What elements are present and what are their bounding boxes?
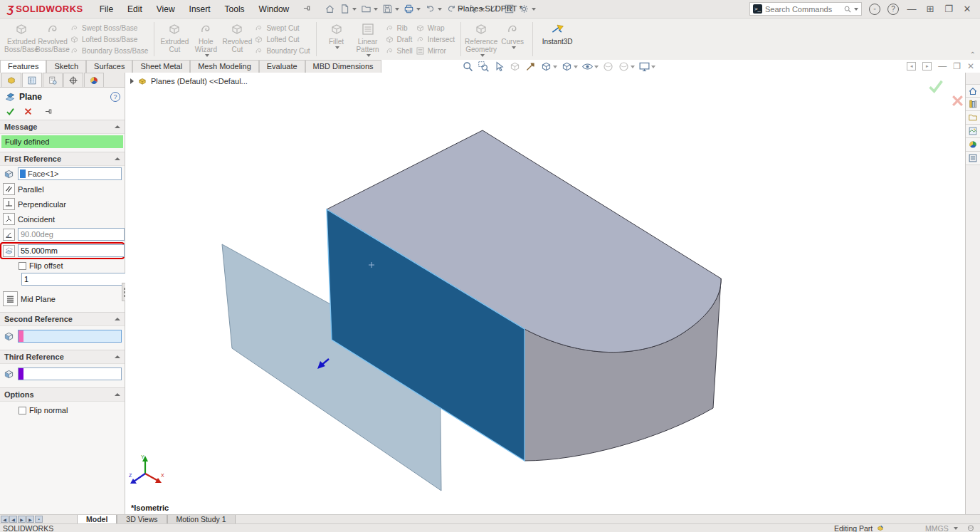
taskpane-appearances-tab[interactable] (966, 138, 980, 152)
revolved-boss-base-button[interactable]: Revolved Boss/Base (37, 20, 68, 58)
doc-minimize-button[interactable]: — (938, 61, 947, 71)
breadcrumb-expand-arrow[interactable] (130, 78, 134, 84)
keep-visible-pin-button[interactable] (44, 107, 53, 116)
taskpane-home-tab[interactable] (966, 84, 980, 98)
menu-file[interactable]: File (93, 1, 120, 17)
second-reference-selection-box[interactable] (18, 330, 122, 343)
swept-boss-base-button[interactable]: Swept Boss/Base (70, 23, 148, 33)
cancel-x-button[interactable] (23, 107, 33, 116)
property-manager-tab[interactable] (22, 73, 42, 87)
angle-option-button[interactable] (3, 229, 15, 241)
pm-help-icon[interactable]: ? (110, 92, 120, 102)
tab-evaluate[interactable]: Evaluate (259, 60, 305, 73)
save-caret[interactable] (395, 8, 399, 11)
feature-manager-tab[interactable] (1, 73, 21, 87)
shell-button[interactable]: Shell (385, 46, 413, 56)
hole-wizard-button[interactable]: Hole Wizard (190, 20, 221, 58)
search-commands-box[interactable]: >_ (749, 2, 862, 16)
mid-plane-button[interactable] (3, 291, 18, 306)
offset-distance-button[interactable] (3, 245, 15, 257)
print-button[interactable] (402, 2, 422, 16)
menu-insert[interactable]: Insert (183, 1, 217, 17)
lofted-cut-button[interactable]: Lofted Cut (254, 34, 310, 44)
tab-sketch[interactable]: Sketch (46, 60, 86, 73)
confirmation-corner-ok[interactable] (927, 78, 944, 95)
zoom-to-area-button[interactable] (477, 61, 490, 73)
tab-surfaces[interactable]: Surfaces (86, 60, 132, 73)
rib-button[interactable]: Rib (385, 23, 413, 33)
options-collapse-chevron[interactable] (115, 393, 120, 396)
zoom-to-fit-button[interactable] (461, 61, 475, 73)
hole-wizard-caret[interactable] (205, 54, 209, 57)
next-tab-button[interactable]: ▶ (18, 516, 26, 523)
previous-view-button[interactable] (492, 61, 506, 73)
restore-button[interactable]: ❐ (943, 4, 954, 14)
reference-geometry-button[interactable]: Reference Geometry (465, 20, 497, 58)
menu-edit[interactable]: Edit (121, 1, 149, 17)
view-orientation-caret[interactable] (553, 66, 557, 68)
close-button[interactable]: ✕ (961, 4, 973, 14)
view-settings-caret[interactable] (651, 66, 655, 68)
apply-scene-caret[interactable] (631, 66, 635, 68)
menu-tools[interactable]: Tools (218, 1, 251, 17)
instant3d-button[interactable]: Instant3D (537, 20, 577, 58)
display-style-button[interactable] (560, 61, 579, 73)
tab-mesh-modeling[interactable]: Mesh Modeling (190, 60, 259, 73)
fillet-caret[interactable] (335, 46, 339, 49)
taskpane-design-library-tab[interactable] (966, 98, 980, 111)
first-reference-selection-box[interactable]: Face<1> (18, 167, 122, 180)
lofted-boss-base-button[interactable]: Lofted Boss/Base (70, 34, 148, 44)
coincident-constraint-button[interactable] (3, 213, 15, 225)
first-reference-collapse-chevron[interactable] (115, 157, 120, 160)
collapse-right-pane-icon[interactable]: ▸ (922, 62, 932, 71)
feature-tree-breadcrumb[interactable]: Planes (Default) <<Defaul... (130, 76, 248, 86)
message-section-header[interactable]: Message (0, 120, 125, 134)
search-commands-input[interactable] (765, 5, 843, 14)
doc-close-button[interactable]: ✕ (967, 61, 974, 71)
mirror-button[interactable]: Mirror (416, 46, 455, 56)
display-style-caret[interactable] (574, 66, 578, 68)
dynamic-annotation-button[interactable] (508, 61, 522, 73)
intersect-button[interactable]: Intersect (416, 34, 455, 44)
message-collapse-chevron[interactable] (115, 125, 120, 128)
first-tab-button[interactable]: ◀ (1, 516, 9, 523)
home-button[interactable] (323, 2, 337, 16)
second-reference-section-header[interactable]: Second Reference (0, 312, 125, 326)
boundary-boss-base-button[interactable]: Boundary Boss/Base (70, 46, 148, 56)
flip-offset-checkbox[interactable] (19, 262, 26, 270)
curves-button[interactable]: Curves (497, 20, 528, 58)
taskpane-view-palette-tab[interactable] (966, 125, 980, 138)
linear-pattern-button[interactable]: Linear Pattern (352, 20, 384, 58)
third-reference-selection-box[interactable] (18, 367, 122, 380)
undo-button[interactable] (423, 2, 443, 16)
extruded-boss-base-button[interactable]: Extruded Boss/Base (6, 20, 37, 58)
print-caret[interactable] (416, 8, 421, 11)
collapse-left-pane-icon[interactable]: ◂ (907, 62, 916, 71)
motion-study-tab[interactable]: Motion Study 1 (167, 515, 236, 523)
linear-pattern-caret[interactable] (367, 54, 371, 57)
units-selector[interactable]: MMGS (925, 524, 949, 532)
tab-list-button[interactable]: ▪ (35, 516, 43, 523)
edit-appearance-button[interactable] (601, 61, 615, 73)
menu-view[interactable]: View (150, 1, 181, 17)
configuration-manager-tab[interactable] (43, 73, 63, 87)
confirmation-corner-cancel[interactable] (950, 93, 965, 108)
parallel-constraint-button[interactable] (3, 183, 15, 195)
new-file-caret[interactable] (352, 8, 357, 11)
boundary-cut-button[interactable]: Boundary Cut (254, 46, 310, 56)
third-reference-collapse-chevron[interactable] (115, 355, 120, 358)
save-button[interactable] (381, 2, 401, 16)
last-tab-button[interactable]: ▶ (26, 516, 34, 523)
perpendicular-constraint-button[interactable] (3, 198, 15, 210)
tab-sheet-metal[interactable]: Sheet Metal (132, 60, 190, 73)
menu-pin-icon[interactable] (302, 4, 312, 14)
extruded-cut-button[interactable]: Extruded Cut (159, 20, 190, 58)
undo-caret[interactable] (438, 8, 442, 11)
reference-geometry-caret[interactable] (480, 54, 485, 57)
hide-show-caret[interactable] (594, 66, 599, 68)
graphics-viewport[interactable]: Planes (Default) <<Defaul... Y X Z *Isom… (125, 73, 965, 514)
hide-show-items-button[interactable] (581, 61, 599, 73)
second-reference-collapse-chevron[interactable] (115, 318, 120, 320)
section-view-button[interactable] (524, 61, 537, 73)
search-icon[interactable] (843, 5, 852, 14)
